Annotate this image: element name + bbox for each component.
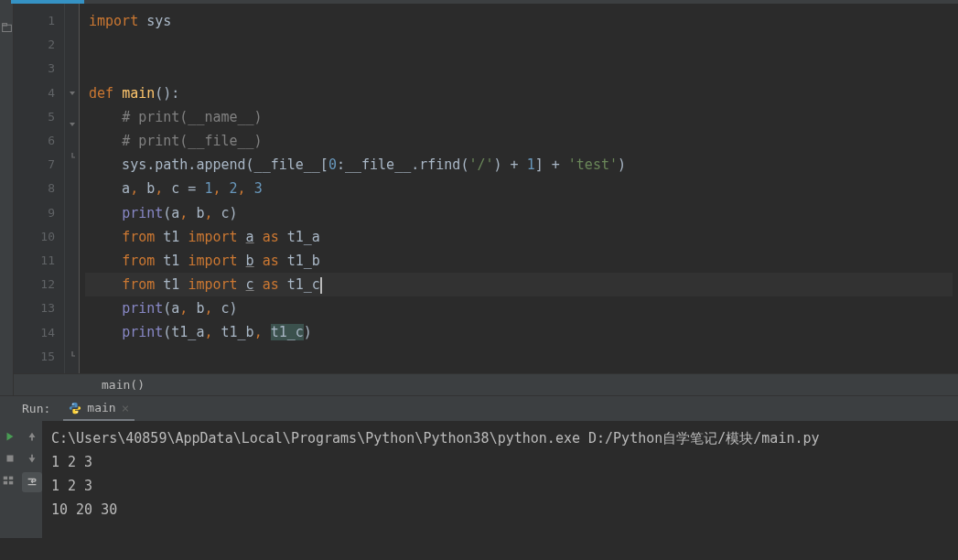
code-line[interactable]: print(t1_a, t1_b, t1_c) bbox=[85, 320, 953, 344]
code-line[interactable]: from t1 import c as t1_c bbox=[85, 273, 953, 296]
fold-open-icon[interactable] bbox=[68, 120, 77, 129]
layout-button[interactable] bbox=[0, 472, 16, 489]
fold-cell[interactable] bbox=[65, 350, 79, 373]
caret bbox=[320, 277, 322, 294]
fold-cell[interactable] bbox=[65, 271, 79, 295]
run-tab-main[interactable]: main × bbox=[63, 397, 135, 421]
svg-rect-7 bbox=[4, 481, 7, 485]
console-line: 1 2 3 bbox=[51, 474, 949, 498]
stop-button[interactable] bbox=[2, 450, 18, 467]
breadcrumb-item[interactable]: main() bbox=[102, 378, 145, 392]
main-area: 12345678910111213141516 import sysdef ma… bbox=[0, 4, 958, 395]
run-toolbar bbox=[0, 421, 42, 538]
line-number: 10 bbox=[14, 225, 55, 249]
line-number: 11 bbox=[14, 249, 55, 273]
editor-container: 12345678910111213141516 import sysdef ma… bbox=[14, 4, 958, 395]
line-number: 13 bbox=[14, 296, 55, 320]
line-number: 4 bbox=[14, 81, 55, 105]
line-number: 8 bbox=[14, 177, 55, 200]
run-label: Run: bbox=[22, 402, 50, 415]
down-button[interactable] bbox=[24, 450, 40, 467]
rerun-button[interactable] bbox=[2, 428, 18, 445]
breadcrumb[interactable]: main() bbox=[14, 373, 958, 395]
console-line: 10 20 30 bbox=[51, 498, 949, 522]
line-number-gutter: 12345678910111213141516 bbox=[14, 4, 65, 373]
svg-rect-5 bbox=[4, 477, 7, 480]
code-line[interactable] bbox=[85, 345, 953, 369]
fold-open-icon[interactable] bbox=[68, 89, 77, 98]
code-line[interactable] bbox=[85, 369, 953, 373]
line-number: 6 bbox=[14, 129, 55, 153]
fold-cell[interactable] bbox=[65, 223, 79, 247]
close-icon[interactable]: × bbox=[122, 401, 129, 415]
code-line[interactable]: import sys bbox=[85, 9, 953, 33]
fold-cell[interactable] bbox=[65, 33, 79, 57]
line-number: 7 bbox=[14, 153, 55, 177]
code-line[interactable] bbox=[85, 57, 953, 81]
line-number: 9 bbox=[14, 201, 55, 225]
code-line[interactable]: # print(__file__) bbox=[85, 129, 953, 153]
code-line[interactable]: # print(__name__) bbox=[85, 105, 953, 129]
fold-cell[interactable] bbox=[65, 247, 79, 271]
project-icon[interactable] bbox=[1, 22, 13, 34]
fold-cell[interactable] bbox=[65, 57, 79, 81]
code-line[interactable]: from t1 import b as t1_b bbox=[85, 249, 953, 273]
line-number: 15 bbox=[14, 345, 55, 369]
console-line: 1 2 3 bbox=[51, 450, 949, 474]
code-line[interactable]: a, b, c = 1, 2, 3 bbox=[85, 177, 953, 200]
fold-gutter[interactable] bbox=[65, 4, 80, 373]
fold-cell[interactable] bbox=[65, 9, 79, 33]
code-line[interactable]: sys.path.append(__file__[0:__file__.rfin… bbox=[85, 153, 953, 177]
fold-cell[interactable] bbox=[65, 295, 79, 318]
svg-rect-8 bbox=[9, 481, 13, 485]
svg-point-2 bbox=[72, 403, 73, 404]
code-line[interactable] bbox=[85, 33, 953, 57]
fold-cell[interactable] bbox=[65, 120, 79, 144]
line-number: 1 bbox=[14, 9, 55, 33]
code-line[interactable]: from t1 import a as t1_a bbox=[85, 225, 953, 249]
line-number: 14 bbox=[14, 321, 55, 345]
left-sidebar[interactable] bbox=[0, 4, 14, 395]
console-line: C:\Users\40859\AppData\Local\Programs\Py… bbox=[51, 426, 949, 450]
line-number: 2 bbox=[14, 33, 55, 57]
fold-cell[interactable] bbox=[65, 151, 79, 175]
line-number: 3 bbox=[14, 57, 55, 81]
code-line[interactable]: def main(): bbox=[85, 81, 953, 105]
python-icon bbox=[69, 402, 81, 415]
run-body: C:\Users\40859\AppData\Local\Programs\Py… bbox=[0, 421, 958, 538]
run-panel: Run: main × bbox=[0, 395, 958, 538]
fold-end-icon bbox=[68, 151, 77, 160]
code-line[interactable]: print(a, b, c) bbox=[85, 296, 953, 320]
svg-rect-6 bbox=[9, 477, 13, 480]
svg-rect-4 bbox=[7, 456, 14, 462]
fold-cell[interactable] bbox=[65, 199, 79, 222]
code-area[interactable]: import sysdef main(): # print(__name__) … bbox=[80, 4, 958, 373]
svg-point-3 bbox=[77, 411, 78, 412]
fold-end-icon bbox=[68, 350, 77, 359]
run-tab-label: main bbox=[87, 401, 115, 415]
run-header: Run: main × bbox=[0, 396, 958, 421]
fold-cell[interactable] bbox=[65, 175, 79, 199]
up-button[interactable] bbox=[24, 428, 40, 445]
fold-cell[interactable] bbox=[65, 89, 79, 113]
line-number: 5 bbox=[14, 105, 55, 129]
code-line[interactable]: print(a, b, c) bbox=[85, 201, 953, 225]
console-output[interactable]: C:\Users\40859\AppData\Local\Programs\Py… bbox=[42, 421, 958, 538]
line-number: 12 bbox=[14, 273, 55, 296]
soft-wrap-button[interactable] bbox=[22, 472, 42, 492]
fold-cell[interactable] bbox=[65, 318, 79, 342]
code-editor[interactable]: 12345678910111213141516 import sysdef ma… bbox=[14, 4, 958, 373]
